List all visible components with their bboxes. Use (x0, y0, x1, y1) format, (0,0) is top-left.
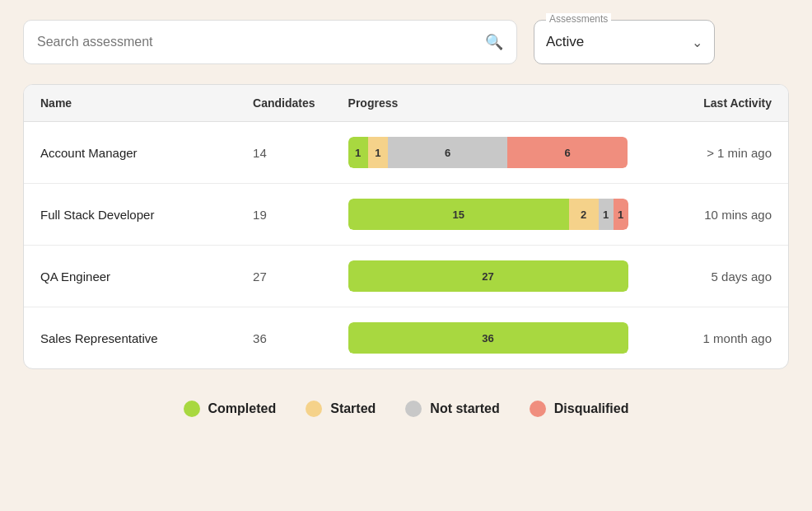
legend-label-not_started: Not started (430, 401, 499, 416)
top-bar: 🔍 Assessments Active ⌄ (23, 20, 789, 64)
row-candidates: 36 (236, 307, 331, 369)
legend-dot-disqualified (530, 401, 546, 417)
assessments-label: Assessments (546, 13, 611, 25)
table-row: Sales Representative36361 month ago (24, 307, 788, 369)
row-last-activity: 5 days ago (645, 246, 788, 307)
col-header-name: Name (24, 85, 236, 122)
bar-segment-started: 2 (569, 199, 599, 230)
progress-bar: 27 (348, 260, 628, 292)
bar-segment-disqualified: 6 (507, 137, 628, 168)
row-candidates: 14 (236, 122, 331, 184)
row-progress: 27 (332, 246, 645, 307)
bar-segment-completed: 1 (348, 137, 368, 168)
row-progress: 15211 (332, 184, 645, 246)
table-row: QA Engineer27275 days ago (24, 246, 788, 307)
bar-segment-not_started: 6 (388, 137, 508, 168)
legend-label-completed: Completed (208, 401, 277, 416)
bar-segment-not_started: 1 (599, 199, 614, 230)
assessments-table: Name Candidates Progress Last Activity A… (24, 85, 788, 368)
row-last-activity: > 1 min ago (645, 122, 788, 184)
row-name: QA Engineer (24, 246, 236, 307)
table-row: Account Manager141166> 1 min ago (24, 122, 788, 184)
legend-dot-not_started (405, 401, 422, 417)
bar-segment-completed: 36 (348, 322, 628, 354)
col-header-progress: Progress (332, 85, 645, 122)
legend-item-started: Started (306, 401, 376, 417)
legend-dot-completed (184, 401, 200, 417)
col-header-last-activity: Last Activity (645, 85, 788, 122)
bar-segment-started: 1 (368, 137, 388, 168)
bar-segment-completed: 27 (348, 260, 628, 292)
assessments-dropdown[interactable]: Assessments Active ⌄ (534, 20, 715, 64)
chevron-down-icon: ⌄ (692, 35, 702, 50)
progress-bar: 1166 (348, 137, 628, 168)
search-box[interactable]: 🔍 (23, 20, 517, 64)
assessments-value: Active (546, 34, 692, 50)
row-candidates: 27 (236, 246, 331, 307)
progress-bar: 15211 (348, 199, 628, 230)
legend-item-disqualified: Disqualified (530, 401, 629, 417)
row-last-activity: 10 mins ago (645, 184, 788, 246)
row-progress: 1166 (332, 122, 645, 184)
legend-item-completed: Completed (184, 401, 277, 417)
legend-dot-started (306, 401, 322, 417)
legend: CompletedStartedNot startedDisqualified (23, 392, 789, 420)
legend-label-disqualified: Disqualified (554, 401, 629, 416)
row-name: Account Manager (24, 122, 236, 184)
progress-bar: 36 (348, 322, 628, 354)
search-icon: 🔍 (485, 33, 503, 51)
row-name: Sales Representative (24, 307, 236, 369)
bar-segment-disqualified: 1 (614, 199, 628, 230)
bar-segment-completed: 15 (348, 199, 569, 230)
table-row: Full Stack Developer191521110 mins ago (24, 184, 788, 246)
row-name: Full Stack Developer (24, 184, 236, 246)
legend-label-started: Started (330, 401, 376, 416)
row-last-activity: 1 month ago (645, 307, 788, 369)
search-input[interactable] (37, 35, 485, 49)
legend-item-not_started: Not started (405, 401, 499, 417)
row-progress: 36 (332, 307, 645, 369)
table-header-row: Name Candidates Progress Last Activity (24, 85, 788, 122)
col-header-candidates: Candidates (236, 85, 331, 122)
assessments-table-container: Name Candidates Progress Last Activity A… (23, 84, 789, 369)
row-candidates: 19 (236, 184, 331, 246)
